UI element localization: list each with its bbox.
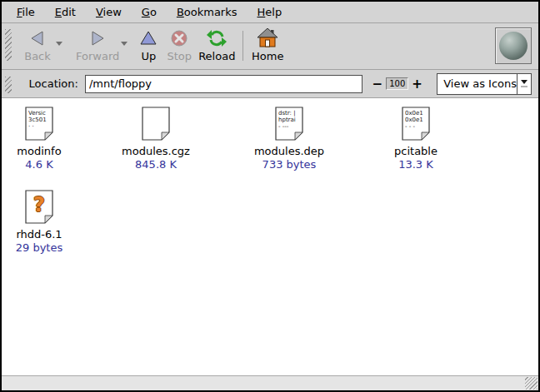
zoom-level-indicator: 100	[386, 77, 408, 90]
reload-button[interactable]: Reload	[196, 27, 238, 62]
throbber	[495, 27, 532, 64]
throbber-sphere-icon	[499, 32, 528, 60]
toolbar-separator	[242, 31, 243, 61]
file-name: modules.cgz	[114, 145, 198, 157]
file-size: 845.8 K	[114, 158, 198, 171]
home-button[interactable]: Home	[248, 27, 287, 62]
file-name: modules.dep	[248, 145, 331, 157]
menubar: File Edit View Go Bookmarks Help	[2, 2, 538, 23]
file-name: modinfo	[3, 145, 75, 157]
blank-file-icon	[141, 107, 171, 141]
menu-view[interactable]: View	[86, 3, 132, 21]
location-label: Location:	[29, 77, 78, 90]
toolbar-grip-handle[interactable]	[5, 29, 12, 61]
back-arrow-icon	[28, 27, 48, 49]
combo-arrow-bar	[521, 86, 528, 87]
back-button[interactable]: Back	[19, 27, 56, 62]
resize-grip[interactable]	[525, 377, 538, 390]
zoom-out-button[interactable]: −	[371, 77, 383, 92]
file-modules-dep[interactable]: dstr: | hptrai - --- modules.dep 733 byt…	[248, 107, 331, 171]
unknown-file-icon: ?	[24, 190, 54, 225]
home-icon	[257, 27, 278, 49]
toolbar: Back Forward Up Stop	[2, 23, 538, 70]
text-file-icon: dstr: | hptrai - ---	[274, 107, 304, 141]
text-file-icon: Versic 3c501 · ·	[24, 107, 54, 141]
forward-arrow-icon	[88, 27, 108, 49]
file-size: 13.3 K	[374, 158, 458, 171]
location-bar: Location: − 100 + View as Icons	[2, 70, 538, 98]
back-label: Back	[24, 50, 51, 62]
view-mode-dropdown[interactable]: View as Icons	[437, 73, 532, 95]
up-arrow-icon	[138, 27, 158, 49]
forward-label: Forward	[76, 50, 119, 62]
file-manager-window: File Edit View Go Bookmarks Help Back Fo…	[0, 0, 540, 392]
file-modinfo[interactable]: Versic 3c501 · · modinfo 4.6 K	[3, 107, 75, 171]
view-mode-arrow-box[interactable]	[517, 74, 531, 94]
up-button[interactable]: Up	[134, 27, 162, 62]
forward-dropdown-icon[interactable]	[121, 42, 128, 46]
file-size: 29 bytes	[3, 241, 75, 254]
chevron-down-icon	[521, 80, 528, 84]
menu-bookmarks[interactable]: Bookmarks	[167, 3, 248, 21]
question-mark-icon: ?	[24, 193, 54, 216]
menu-go[interactable]: Go	[132, 3, 167, 21]
back-dropdown-icon[interactable]	[56, 42, 62, 46]
locationbar-grip-handle[interactable]	[5, 77, 12, 93]
icon-view[interactable]: Versic 3c501 · · modinfo 4.6 K modules.c…	[2, 98, 538, 375]
menu-edit[interactable]: Edit	[45, 3, 86, 21]
file-rhdd-6-1[interactable]: ? rhdd-6.1 29 bytes	[3, 190, 75, 254]
location-input[interactable]	[85, 75, 362, 93]
file-name: rhdd-6.1	[3, 228, 75, 241]
menu-file[interactable]: File	[7, 3, 45, 21]
file-size: 4.6 K	[3, 158, 75, 171]
up-label: Up	[141, 50, 156, 62]
view-mode-selected: View as Icons	[438, 77, 517, 90]
file-pcitable[interactable]: 0x0e1 0x0e1 - - - pcitable 13.3 K	[374, 107, 458, 171]
file-name: pcitable	[374, 145, 458, 157]
file-modules-cgz[interactable]: modules.cgz 845.8 K	[114, 107, 198, 171]
text-file-icon: 0x0e1 0x0e1 - - -	[401, 107, 431, 141]
reload-label: Reload	[198, 50, 235, 62]
stop-icon	[170, 27, 188, 49]
forward-button[interactable]: Forward	[74, 27, 121, 62]
file-size: 733 bytes	[248, 158, 331, 171]
reload-icon	[207, 27, 227, 49]
stop-button[interactable]: Stop	[162, 27, 196, 62]
status-bar	[2, 375, 538, 390]
zoom-in-button[interactable]: +	[411, 77, 423, 92]
stop-label: Stop	[168, 50, 192, 62]
menu-help[interactable]: Help	[248, 3, 292, 21]
home-label: Home	[252, 50, 283, 62]
